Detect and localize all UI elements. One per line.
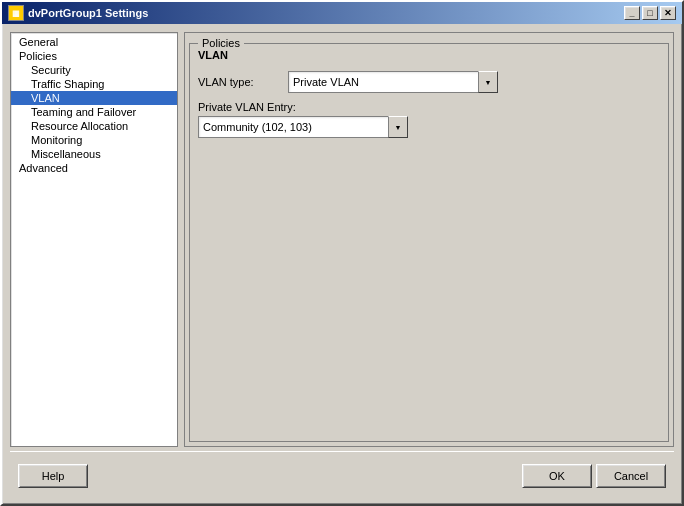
sidebar-item-resource-allocation[interactable]: Resource Allocation [11, 119, 177, 133]
sidebar-item-teaming-failover[interactable]: Teaming and Failover [11, 105, 177, 119]
help-button[interactable]: Help [18, 464, 88, 488]
sidebar-item-vlan[interactable]: VLAN [11, 91, 177, 105]
vlan-type-select-wrapper: None VLAN VLAN Trunking Private VLAN ▼ [288, 71, 498, 93]
sidebar-item-miscellaneous[interactable]: Miscellaneous [11, 147, 177, 161]
vlan-type-row: VLAN type: None VLAN VLAN Trunking Priva… [198, 71, 660, 93]
private-vlan-entry-select-wrapper: Community (102, 103) Isolated (101) Prom… [198, 116, 408, 138]
bottom-bar: Help OK Cancel [10, 456, 674, 496]
title-controls: _ □ ✕ [624, 6, 676, 20]
title-bar: ▦ dvPortGroup1 Settings _ □ ✕ [2, 2, 682, 24]
ok-cancel-group: OK Cancel [522, 464, 666, 488]
close-button[interactable]: ✕ [660, 6, 676, 20]
private-vlan-section: Private VLAN Entry: Community (102, 103)… [198, 101, 660, 138]
group-box-legend: Policies [198, 37, 244, 49]
sidebar-item-monitoring[interactable]: Monitoring [11, 133, 177, 147]
vlan-type-select[interactable]: None VLAN VLAN Trunking Private VLAN [288, 71, 498, 93]
sidebar-item-policies[interactable]: Policies [11, 49, 177, 63]
maximize-button[interactable]: □ [642, 6, 658, 20]
main-window: ▦ dvPortGroup1 Settings _ □ ✕ General Po… [0, 0, 684, 506]
bottom-divider [10, 451, 674, 452]
window-icon: ▦ [8, 5, 24, 21]
right-content-panel: Policies VLAN VLAN type: None VLAN VLAN … [184, 32, 674, 447]
private-vlan-entry-select[interactable]: Community (102, 103) Isolated (101) Prom… [198, 116, 408, 138]
left-nav-panel: General Policies Security Traffic Shapin… [10, 32, 178, 447]
sidebar-item-security[interactable]: Security [11, 63, 177, 77]
sidebar-item-general[interactable]: General [11, 35, 177, 49]
main-area: General Policies Security Traffic Shapin… [10, 32, 674, 447]
group-content: VLAN VLAN type: None VLAN VLAN Trunking … [198, 49, 660, 138]
sidebar-item-traffic-shaping[interactable]: Traffic Shaping [11, 77, 177, 91]
private-vlan-label: Private VLAN Entry: [198, 101, 660, 113]
title-bar-text: ▦ dvPortGroup1 Settings [8, 5, 148, 21]
minimize-button[interactable]: _ [624, 6, 640, 20]
cancel-button[interactable]: Cancel [596, 464, 666, 488]
vlan-section-title: VLAN [198, 49, 660, 61]
ok-button[interactable]: OK [522, 464, 592, 488]
window-title: dvPortGroup1 Settings [28, 7, 148, 19]
vlan-type-label: VLAN type: [198, 76, 288, 88]
window-content: General Policies Security Traffic Shapin… [2, 24, 682, 504]
sidebar-item-advanced[interactable]: Advanced [11, 161, 177, 175]
